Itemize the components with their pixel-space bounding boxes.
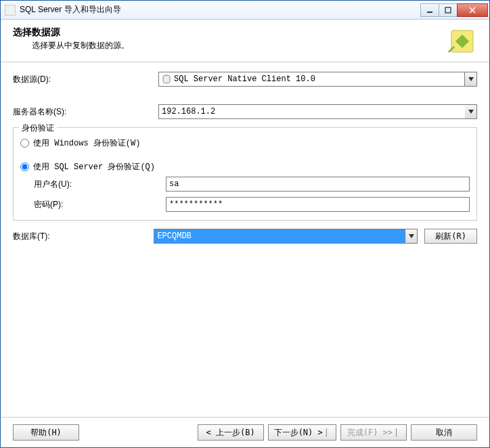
titlebar[interactable]: SQL Server 导入和导出向导 bbox=[1, 1, 489, 20]
next-button[interactable]: 下一步(N) > | bbox=[268, 424, 336, 441]
servername-label: 服务器名称(S): bbox=[13, 106, 158, 118]
close-button[interactable] bbox=[457, 3, 488, 17]
cancel-button[interactable]: 取消 bbox=[411, 424, 477, 441]
servername-combobox[interactable] bbox=[158, 104, 477, 119]
windows-auth-radio[interactable] bbox=[20, 139, 29, 148]
wizard-content: 数据源(D): SQL Server Native Client 10.0 服务… bbox=[1, 62, 489, 417]
windows-auth-label[interactable]: 使用 Windows 身份验证(W) bbox=[33, 137, 140, 149]
page-title: 选择数据源 bbox=[13, 26, 442, 39]
sql-auth-label[interactable]: 使用 SQL Server 身份验证(Q) bbox=[33, 161, 155, 173]
wizard-icon bbox=[447, 26, 477, 56]
password-label: 密码(P): bbox=[20, 199, 166, 210]
svg-rect-0 bbox=[427, 12, 432, 13]
finish-button[interactable]: 完成(F) >> | bbox=[340, 424, 407, 441]
window-title: SQL Server 导入和导出向导 bbox=[20, 4, 420, 16]
help-button[interactable]: 帮助(H) bbox=[13, 424, 79, 441]
database-label: 数据库(T): bbox=[13, 231, 154, 242]
database-icon bbox=[162, 74, 171, 84]
back-button[interactable]: < 上一步(B) bbox=[198, 424, 264, 441]
datasource-dropdown[interactable]: SQL Server Native Client 10.0 bbox=[158, 72, 477, 87]
database-dropdown[interactable]: EPCQMDB bbox=[154, 229, 418, 244]
page-description: 选择要从中复制数据的源。 bbox=[13, 40, 442, 51]
authentication-legend: 身份验证 bbox=[19, 122, 57, 134]
maximize-button[interactable] bbox=[439, 3, 458, 17]
dropdown-arrow-icon[interactable] bbox=[465, 72, 477, 87]
password-input[interactable] bbox=[166, 197, 470, 212]
refresh-button[interactable]: 刷新(R) bbox=[424, 229, 477, 244]
dropdown-arrow-icon[interactable] bbox=[405, 229, 418, 244]
datasource-label: 数据源(D): bbox=[13, 74, 158, 85]
wizard-header: 选择数据源 选择要从中复制数据的源。 bbox=[1, 20, 489, 62]
wizard-window: SQL Server 导入和导出向导 选择数据源 选择要从中复制数据的源。 bbox=[0, 0, 490, 448]
window-controls bbox=[420, 3, 488, 17]
datasource-value: SQL Server Native Client 10.0 bbox=[174, 74, 315, 84]
database-value: EPCQMDB bbox=[157, 231, 191, 241]
app-icon bbox=[5, 5, 16, 16]
minimize-button[interactable] bbox=[420, 3, 439, 17]
username-label: 用户名(U): bbox=[20, 179, 166, 190]
authentication-group: 身份验证 使用 Windows 身份验证(W) 使用 SQL Server 身份… bbox=[13, 127, 477, 221]
svg-rect-1 bbox=[445, 7, 451, 13]
servername-input[interactable] bbox=[158, 104, 465, 119]
wizard-footer: 帮助(H) < 上一步(B) 下一步(N) > | 完成(F) >> | 取消 bbox=[1, 417, 489, 447]
username-input[interactable] bbox=[166, 177, 470, 192]
dropdown-arrow-icon[interactable] bbox=[465, 104, 477, 119]
sql-auth-radio[interactable] bbox=[20, 162, 29, 171]
